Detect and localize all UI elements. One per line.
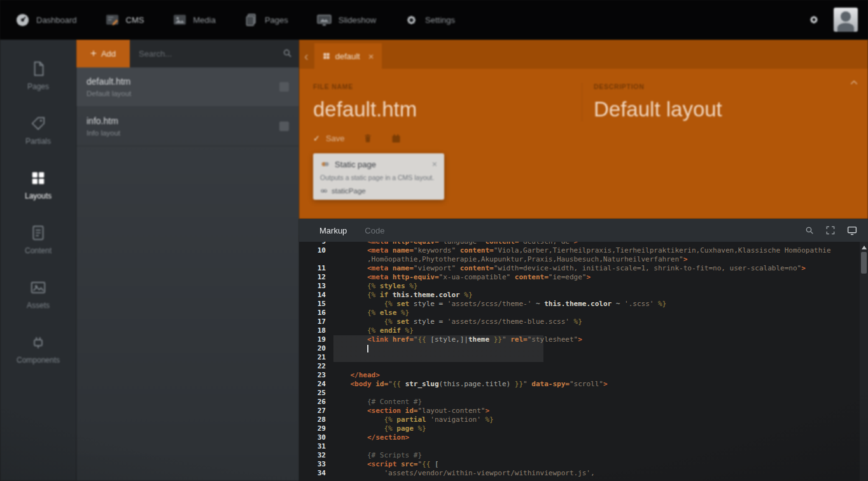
line-number: 23 bbox=[299, 371, 326, 380]
line-number: 12 bbox=[299, 273, 326, 282]
line-number: 18 bbox=[299, 326, 326, 335]
code-line: <link href="{{ [style,]|theme }}" rel="s… bbox=[333, 335, 868, 344]
file-item-text: default.htmDefault layout bbox=[87, 76, 131, 97]
code-line: <body id="{{ str_slug(this.page.title) }… bbox=[333, 380, 868, 389]
sidebar-item-layouts[interactable]: Layouts bbox=[0, 158, 76, 213]
calendar-icon[interactable] bbox=[391, 133, 402, 144]
line-number: 26 bbox=[299, 398, 326, 407]
code-line: <script src="{{ [ bbox=[333, 460, 868, 469]
preferences-icon[interactable] bbox=[807, 13, 821, 27]
description-value[interactable]: Default layout bbox=[594, 97, 836, 122]
editor-search-icon[interactable] bbox=[804, 225, 815, 235]
scrollbar-thumb[interactable] bbox=[861, 252, 867, 274]
search-input[interactable] bbox=[130, 39, 299, 67]
line-number: 29 bbox=[299, 424, 326, 433]
file-item-info.htm[interactable]: info.htmInfo layout bbox=[76, 107, 299, 146]
pages-icon bbox=[244, 13, 258, 27]
code-line bbox=[333, 362, 868, 371]
editor-mode-tabs: MarkupCode bbox=[319, 226, 402, 235]
line-number: 14 bbox=[299, 291, 326, 300]
sidebar-item-content[interactable]: Content bbox=[0, 213, 76, 267]
file-name: default.htm bbox=[87, 76, 131, 87]
save-button-label: Save bbox=[326, 134, 345, 143]
line-number: 10 bbox=[299, 246, 326, 264]
code-line: {% partial 'navigation' %} bbox=[333, 415, 868, 424]
line-number: 20 bbox=[299, 344, 326, 353]
layout-tab-icon bbox=[323, 52, 330, 60]
fullscreen-icon[interactable] bbox=[825, 225, 836, 235]
sidebar-item-partials[interactable]: Partials bbox=[0, 103, 76, 158]
menu-item-media[interactable]: Media bbox=[172, 13, 216, 27]
search-icon[interactable] bbox=[282, 48, 293, 59]
dashboard-icon bbox=[15, 13, 30, 27]
code-line: {% page %} bbox=[333, 424, 868, 433]
component-alias-icon bbox=[320, 187, 328, 195]
code-scroll: 9101112131415161718192021222324252627282… bbox=[299, 242, 868, 478]
line-number: 22 bbox=[299, 362, 326, 371]
editor-tabbar: ‹ default × bbox=[299, 39, 868, 69]
tabs-scroll-left-icon[interactable]: ‹ bbox=[299, 50, 314, 69]
file-item-default.htm[interactable]: default.htmDefault layout bbox=[76, 67, 299, 107]
layouts-side-icon bbox=[30, 170, 46, 186]
menu-item-pages[interactable]: Pages bbox=[244, 13, 288, 27]
sidebar-item-components[interactable]: Components bbox=[0, 322, 76, 377]
code-line bbox=[333, 353, 868, 362]
user-avatar[interactable] bbox=[834, 8, 858, 32]
code-lines: <meta http-equiv="language" content="deu… bbox=[333, 242, 868, 478]
component-remove-icon[interactable]: × bbox=[432, 160, 437, 169]
file-name: info.htm bbox=[87, 116, 120, 126]
preview-monitor-icon[interactable] bbox=[846, 225, 858, 236]
line-number: 31 bbox=[299, 442, 326, 451]
sidebar-item-label: Content bbox=[25, 246, 52, 255]
menu-item-dashboard[interactable]: Dashboard bbox=[15, 13, 77, 27]
cms-sidebar: PagesPartialsLayoutsContentAssetsCompone… bbox=[0, 39, 76, 481]
header-zone: ‹ default × FILE NAME default.htm ✓ Save bbox=[299, 39, 868, 219]
file-checkbox[interactable] bbox=[279, 82, 289, 92]
tab-close-icon[interactable]: × bbox=[368, 51, 374, 62]
code-line: {% set style = 'assets/scss/theme-' ~ th… bbox=[333, 300, 868, 309]
line-number: 13 bbox=[299, 282, 326, 291]
menu-item-slideshow[interactable]: Slideshow bbox=[316, 13, 376, 27]
component-description: Outputs a static page in a CMS layout. bbox=[320, 174, 437, 181]
assets-side-icon bbox=[30, 279, 46, 296]
menu-item-settings[interactable]: Settings bbox=[404, 13, 455, 27]
line-number: 25 bbox=[299, 389, 326, 398]
file-name-value[interactable]: default.htm bbox=[313, 97, 580, 122]
code-line: <meta http-equiv="language" content="deu… bbox=[333, 242, 868, 246]
save-button[interactable]: ✓ Save bbox=[313, 134, 345, 143]
file-item-text: info.htmInfo layout bbox=[87, 116, 120, 137]
menu-item-label: Media bbox=[193, 15, 216, 25]
editor-tab-code[interactable]: Code bbox=[365, 226, 384, 235]
editor-scrollbar[interactable] bbox=[860, 242, 868, 481]
editor-toolbar-actions bbox=[804, 225, 858, 236]
file-description: Info layout bbox=[87, 129, 120, 137]
code-line: </head> bbox=[333, 371, 868, 380]
menu-item-label: CMS bbox=[126, 15, 144, 25]
sidebar-item-label: Components bbox=[17, 356, 60, 365]
tab-default[interactable]: default × bbox=[314, 43, 382, 69]
editor-tab-markup[interactable]: Markup bbox=[319, 226, 347, 235]
component-card-header: Static page × bbox=[320, 159, 437, 169]
scrollbar-up-icon[interactable] bbox=[862, 246, 867, 249]
sidebar-item-assets[interactable]: Assets bbox=[0, 267, 76, 322]
code-line: {% if this.theme.color %} bbox=[333, 291, 868, 300]
add-button[interactable]: + Add bbox=[76, 39, 130, 67]
line-number: 11 bbox=[299, 264, 326, 273]
code-line: {% styles %} bbox=[333, 282, 868, 291]
delete-icon[interactable] bbox=[363, 133, 373, 144]
line-number: 17 bbox=[299, 317, 326, 326]
code-line bbox=[333, 389, 868, 398]
component-card-static-page[interactable]: Static page × Outputs a static page in a… bbox=[313, 153, 444, 200]
file-checkbox[interactable] bbox=[279, 122, 289, 131]
sidebar-item-pages[interactable]: Pages bbox=[0, 48, 76, 103]
line-number: 21 bbox=[299, 353, 326, 362]
file-description: Default layout bbox=[87, 90, 131, 97]
code-editor[interactable]: 9101112131415161718192021222324252627282… bbox=[299, 242, 868, 481]
collapse-header-icon[interactable] bbox=[849, 78, 859, 88]
file-name-label: FILE NAME bbox=[313, 83, 580, 90]
line-number: 33 bbox=[299, 460, 326, 469]
main-menu: DashboardCMSMediaPagesSlideshowSettings bbox=[0, 13, 807, 27]
plus-icon: + bbox=[90, 48, 97, 59]
menu-item-cms[interactable]: CMS bbox=[105, 13, 144, 27]
code-line: <meta name="viewport" content="width=dev… bbox=[333, 264, 868, 273]
